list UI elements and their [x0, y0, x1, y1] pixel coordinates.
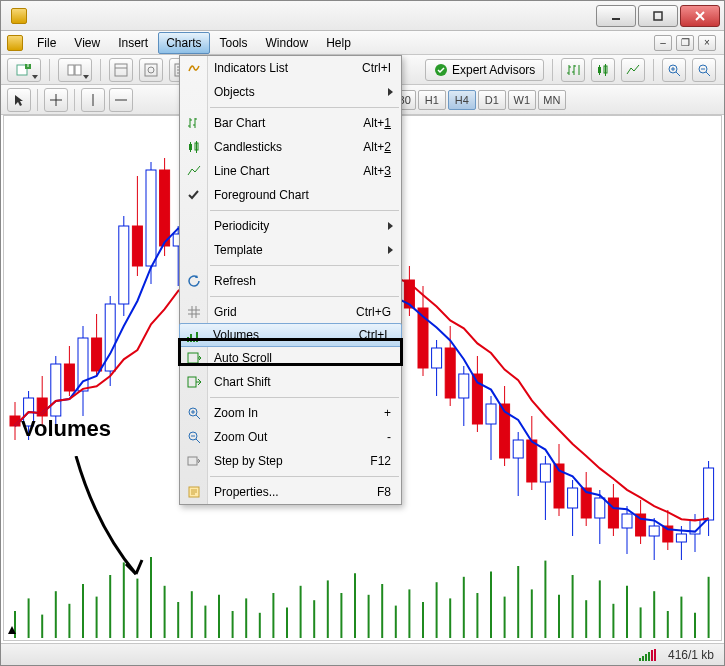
horizontal-line-button[interactable]	[109, 88, 133, 112]
svg-text:+: +	[24, 62, 31, 71]
timeframe-h4[interactable]: H4	[448, 90, 476, 110]
menu-insert[interactable]: Insert	[110, 32, 156, 54]
menuitem-label: Chart Shift	[214, 375, 401, 389]
mdi-restore-button[interactable]: ❐	[676, 35, 694, 51]
data-window-button[interactable]	[139, 58, 163, 82]
menuitem-shortcut: Ctrl+G	[356, 305, 401, 319]
menuitem-label: Foreground Chart	[214, 188, 401, 202]
svg-rect-147	[445, 348, 455, 398]
refresh-icon	[186, 273, 202, 289]
menuitem-properties-[interactable]: Properties...F8	[180, 480, 401, 504]
timeframe-h1[interactable]: H1	[418, 90, 446, 110]
menuitem-objects[interactable]: Objects	[180, 80, 401, 104]
menuitem-chart-shift[interactable]: Chart Shift	[180, 370, 401, 394]
menuitem-step-by-step[interactable]: Step by StepF12	[180, 449, 401, 473]
timeframe-d1[interactable]: D1	[478, 90, 506, 110]
vertical-line-button[interactable]	[81, 88, 105, 112]
menuitem-volumes[interactable]: VolumesCtrl+L	[179, 323, 402, 347]
menu-file[interactable]: File	[29, 32, 64, 54]
svg-point-12	[148, 67, 154, 73]
svg-rect-181	[676, 534, 686, 542]
menuitem-label: Volumes	[213, 328, 359, 342]
bar-chart-icon	[186, 115, 202, 131]
menuitem-label: Zoom Out	[214, 430, 387, 444]
svg-line-20	[676, 72, 680, 76]
menuitem-indicators-list[interactable]: Indicators ListCtrl+I	[180, 56, 401, 80]
connection-status: 416/1 kb	[668, 648, 714, 662]
svg-rect-169	[595, 498, 605, 518]
timeframe-w1[interactable]: W1	[508, 90, 536, 110]
crosshair-button[interactable]	[44, 88, 68, 112]
menuitem-label: Properties...	[214, 485, 377, 499]
svg-rect-177	[649, 526, 659, 536]
menuitem-label: Bar Chart	[214, 116, 363, 130]
menuitem-periodicity[interactable]: Periodicity	[180, 214, 401, 238]
annotation-volumes-label: Volumes	[21, 416, 111, 442]
svg-rect-194	[188, 353, 198, 363]
line-chart-button[interactable]	[621, 58, 645, 82]
mdi-minimize-button[interactable]: –	[654, 35, 672, 51]
close-button[interactable]	[680, 5, 720, 27]
market-watch-button[interactable]	[109, 58, 133, 82]
svg-rect-105	[160, 170, 170, 246]
menuitem-shortcut: Ctrl+L	[359, 328, 401, 342]
menuitem-foreground-chart[interactable]: Foreground Chart	[180, 183, 401, 207]
menu-tools[interactable]: Tools	[212, 32, 256, 54]
chartshift-icon	[186, 374, 202, 390]
menuitem-grid[interactable]: GridCtrl+G	[180, 300, 401, 324]
svg-rect-185	[704, 468, 714, 520]
menuitem-label: Periodicity	[214, 219, 401, 233]
profiles-button[interactable]	[58, 58, 92, 82]
step-icon	[186, 453, 202, 469]
menuitem-label: Step by Step	[214, 454, 370, 468]
menuitem-shortcut: F8	[377, 485, 401, 499]
bar-chart-button[interactable]	[561, 58, 585, 82]
cursor-button[interactable]	[7, 88, 31, 112]
svg-rect-101	[132, 226, 142, 266]
menubar: File View Insert Charts Tools Window Hel…	[1, 31, 724, 55]
menuitem-candlesticks[interactable]: CandlesticksAlt+2	[180, 135, 401, 159]
maximize-button[interactable]	[638, 5, 678, 27]
charts-dropdown: Indicators ListCtrl+IObjectsBar ChartAlt…	[179, 55, 402, 505]
svg-rect-173	[622, 514, 632, 528]
candlesticks-button[interactable]	[591, 58, 615, 82]
zoom-in-button[interactable]	[662, 58, 686, 82]
menuitem-label: Refresh	[214, 274, 401, 288]
menuitem-label: Grid	[214, 305, 356, 319]
svg-rect-11	[145, 64, 157, 76]
menuitem-label: Auto Scroll	[214, 351, 401, 365]
window-titlebar	[1, 1, 724, 31]
menuitem-shortcut: Ctrl+I	[362, 61, 401, 75]
new-chart-button[interactable]: +	[7, 58, 41, 82]
menuitem-template[interactable]: Template	[180, 238, 401, 262]
mdi-close-button[interactable]: ×	[698, 35, 716, 51]
menuitem-refresh[interactable]: Refresh	[180, 269, 401, 293]
timeframe-mn[interactable]: MN	[538, 90, 566, 110]
autoscroll-icon	[186, 350, 202, 366]
menuitem-zoom-in[interactable]: Zoom In+	[180, 401, 401, 425]
svg-line-24	[706, 72, 710, 76]
blank	[186, 242, 202, 258]
menu-window[interactable]: Window	[258, 32, 317, 54]
menuitem-auto-scroll[interactable]: Auto Scroll	[180, 346, 401, 370]
submenu-arrow-icon	[388, 246, 393, 254]
svg-rect-7	[68, 65, 74, 75]
menu-help[interactable]: Help	[318, 32, 359, 54]
menuitem-label: Line Chart	[214, 164, 363, 178]
svg-rect-1	[654, 12, 662, 20]
blank	[186, 218, 202, 234]
menuitem-shortcut: Alt+3	[363, 164, 401, 178]
expert-advisors-button[interactable]: Expert Advisors	[425, 59, 544, 81]
menuitem-line-chart[interactable]: Line ChartAlt+3	[180, 159, 401, 183]
menuitem-zoom-out[interactable]: Zoom Out-	[180, 425, 401, 449]
svg-rect-8	[75, 65, 81, 75]
zoom-out-button[interactable]	[692, 58, 716, 82]
annotation-arrow	[56, 456, 166, 586]
menu-view[interactable]: View	[66, 32, 108, 54]
menuitem-bar-chart[interactable]: Bar ChartAlt+1	[180, 111, 401, 135]
svg-rect-161	[540, 464, 550, 482]
blank	[186, 84, 202, 100]
menu-charts[interactable]: Charts	[158, 32, 209, 54]
minimize-button[interactable]	[596, 5, 636, 27]
svg-line-197	[196, 415, 200, 419]
